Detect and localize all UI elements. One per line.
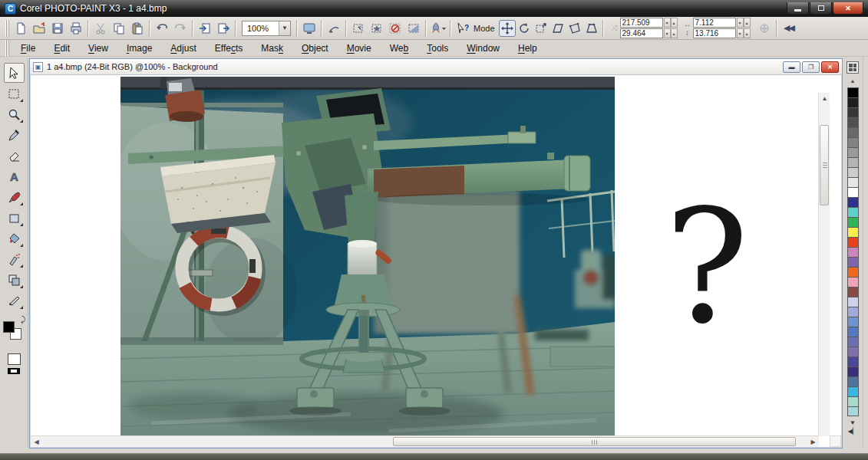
apply-button[interactable]: [755, 19, 774, 38]
palette-swatch[interactable]: [847, 376, 859, 386]
palette-swatch[interactable]: [847, 327, 859, 337]
position-y-field[interactable]: [620, 28, 663, 38]
palette-expand[interactable]: ◀▏: [843, 428, 863, 435]
undo-button[interactable]: [153, 19, 171, 38]
size-h-spinner[interactable]: ▾▴: [737, 28, 751, 38]
paste-button[interactable]: [128, 19, 147, 38]
menu-file[interactable]: File: [12, 41, 45, 56]
palette-swatch[interactable]: [847, 217, 859, 227]
palette-swatch[interactable]: [847, 247, 859, 257]
fill-color-swatch[interactable]: [8, 353, 21, 365]
text-tool[interactable]: A: [4, 166, 25, 186]
canvas[interactable]: ? ▲ ▼: [31, 76, 830, 436]
copy-button[interactable]: [110, 19, 128, 38]
palette-swatch[interactable]: [847, 277, 859, 287]
palette-swatch[interactable]: [847, 107, 859, 117]
menu-edit[interactable]: Edit: [45, 41, 79, 56]
palette-swatch[interactable]: [847, 117, 859, 127]
palette-swatch[interactable]: [847, 237, 859, 247]
vertical-scroll-thumb[interactable]: [820, 125, 829, 205]
palette-swatch[interactable]: [847, 187, 859, 197]
paint-color-swatch[interactable]: [3, 321, 15, 333]
vertical-scrollbar[interactable]: ▲ ▼: [818, 93, 830, 436]
doc-restore-button[interactable]: ❐: [802, 61, 820, 73]
open-button[interactable]: [30, 19, 48, 38]
palette-scroll-down[interactable]: ▼: [843, 419, 863, 426]
menu-image[interactable]: Image: [117, 41, 161, 56]
rectangle-mask-tool[interactable]: [4, 84, 25, 104]
size-w-spinner[interactable]: ▾▴: [737, 18, 751, 28]
menu-effects[interactable]: Effects: [206, 41, 252, 56]
palette-swatch[interactable]: [847, 87, 859, 97]
object-pick-tool[interactable]: [4, 63, 25, 83]
palette-swatch[interactable]: [847, 127, 859, 137]
zoom-dropdown-arrow[interactable]: ▼: [279, 21, 290, 35]
image-slicing-tool[interactable]: [4, 291, 25, 310]
scroll-right-arrow[interactable]: ▶: [808, 437, 818, 447]
restore-button[interactable]: [810, 2, 832, 15]
launcher-button[interactable]: [429, 19, 447, 38]
palette-swatch[interactable]: [847, 227, 859, 237]
palette-swatch[interactable]: [847, 366, 859, 376]
palette-swatch[interactable]: [847, 347, 859, 356]
fill-roll-up-swatch[interactable]: [8, 368, 20, 374]
mode-scale-button[interactable]: [533, 20, 550, 37]
horizontal-scrollbar[interactable]: ◀ ▶: [31, 435, 819, 447]
palette-swatch[interactable]: [847, 157, 859, 167]
mode-rotate-button[interactable]: [516, 20, 533, 37]
menu-object[interactable]: Object: [292, 41, 338, 56]
palette-options-icon[interactable]: [847, 61, 859, 74]
remove-mask-button[interactable]: [386, 19, 404, 38]
menu-window[interactable]: Window: [457, 41, 509, 56]
swap-colors-arrow[interactable]: ⤸: [21, 315, 25, 324]
fill-tool[interactable]: [4, 228, 25, 248]
menu-mask[interactable]: Mask: [252, 41, 292, 56]
palette-swatch[interactable]: [847, 147, 859, 157]
palette-swatch[interactable]: [847, 317, 859, 327]
palette-swatch[interactable]: [847, 97, 859, 107]
palette-swatch[interactable]: [847, 167, 859, 177]
collapse-property-bar-button[interactable]: ◀◀: [780, 19, 798, 38]
palette-swatch[interactable]: [847, 307, 859, 317]
invert-mask-button[interactable]: [404, 19, 423, 38]
cut-button[interactable]: [91, 19, 110, 38]
shape-tool-button[interactable]: [325, 19, 343, 38]
scroll-up-arrow[interactable]: ▲: [820, 94, 830, 104]
import-button[interactable]: [196, 19, 214, 38]
palette-swatch[interactable]: [847, 406, 859, 416]
minimize-button[interactable]: [787, 2, 809, 15]
size-h-field[interactable]: [693, 28, 736, 38]
palette-swatch[interactable]: [847, 207, 859, 217]
palette-swatch[interactable]: [847, 287, 859, 297]
clone-tool[interactable]: [4, 270, 25, 290]
palette-swatch[interactable]: [847, 177, 859, 187]
menubar-grip[interactable]: [5, 40, 9, 57]
palette-swatch[interactable]: [847, 356, 859, 366]
toolbar-grip[interactable]: [5, 20, 9, 37]
rectangle-tool[interactable]: [4, 208, 25, 228]
horizontal-scroll-thumb[interactable]: [393, 437, 796, 446]
eyedropper-tool[interactable]: [4, 125, 25, 145]
palette-swatch[interactable]: [847, 396, 859, 406]
palette-swatch[interactable]: [847, 197, 859, 207]
document-title-bar[interactable]: ▣ 1 a4.bmp (24-Bit RGB) @100% - Backgrou…: [30, 59, 842, 75]
scroll-left-arrow[interactable]: ◀: [31, 437, 41, 447]
mode-distort-button[interactable]: [566, 20, 583, 37]
save-button[interactable]: [48, 19, 67, 38]
eraser-tool[interactable]: [4, 146, 25, 166]
paint-tool[interactable]: [4, 187, 25, 207]
help-pointer-button[interactable]: ?: [454, 19, 472, 38]
full-screen-preview-button[interactable]: [300, 19, 318, 38]
size-w-field[interactable]: [693, 18, 736, 28]
effect-tool[interactable]: [4, 249, 25, 269]
mode-skew-button[interactable]: [550, 20, 566, 37]
export-button[interactable]: [214, 19, 233, 38]
redo-button[interactable]: [171, 19, 190, 38]
palette-swatch[interactable]: [847, 337, 859, 347]
position-x-spinner[interactable]: ▾▴: [664, 18, 678, 28]
menu-web[interactable]: Web: [381, 41, 417, 56]
palette-swatch[interactable]: [847, 257, 859, 267]
palette-scroll-up[interactable]: ▲: [847, 78, 858, 86]
doc-minimize-button[interactable]: ▬: [783, 61, 800, 73]
menu-adjust[interactable]: Adjust: [161, 41, 205, 56]
